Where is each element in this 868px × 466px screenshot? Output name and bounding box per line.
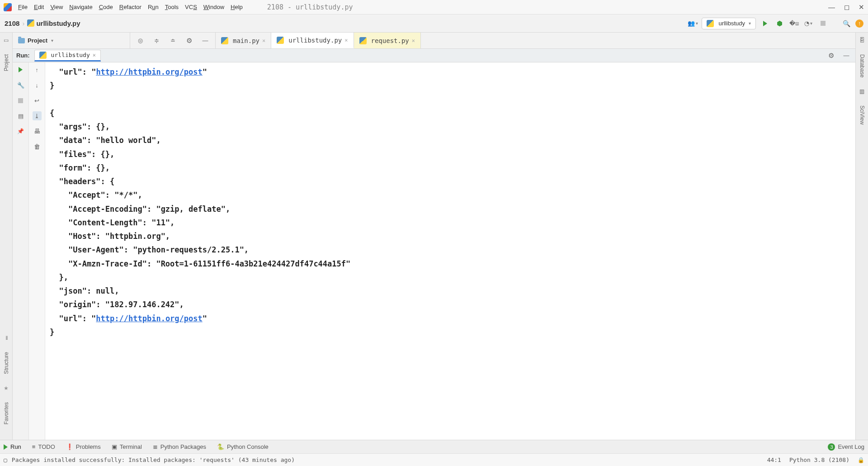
stop-icon[interactable] <box>16 96 25 105</box>
menu-navigate[interactable]: Navigate <box>69 4 92 10</box>
event-log-badge: 3 <box>828 443 835 451</box>
console-link[interactable]: http://httpbin.org/post <box>96 314 202 323</box>
structure-tool-button[interactable]: Structure <box>3 352 9 374</box>
project-tool-button[interactable]: Project <box>3 54 9 71</box>
down-stack-icon[interactable] <box>33 81 42 90</box>
database-tool-icon[interactable] <box>859 37 865 43</box>
python-file-icon <box>277 37 284 44</box>
coverage-button[interactable]: �⧆ <box>788 18 799 29</box>
project-panel-title: Project <box>28 37 47 44</box>
console-link[interactable]: http://httpbin.org/post <box>96 67 202 76</box>
readonly-lock-icon[interactable] <box>858 456 864 463</box>
python-icon <box>39 52 47 59</box>
interpreter-indicator[interactable]: Python 3.8 (2108) <box>789 456 849 463</box>
left-tool-stripe: Project Structure Favorites <box>0 33 13 440</box>
tab-request-py[interactable]: request.py × <box>354 33 421 48</box>
tab-close-icon[interactable]: × <box>344 37 348 43</box>
locate-icon[interactable]: ◎ <box>135 35 146 46</box>
menu-code[interactable]: Code <box>99 4 113 10</box>
console-output[interactable]: "url": "http://httpbin.org/post" } { "ar… <box>45 62 855 440</box>
bottom-tab-packages[interactable]: Python Packages <box>153 443 206 450</box>
pin-icon[interactable] <box>16 127 25 136</box>
status-hide-icon[interactable]: ▢ <box>4 456 7 463</box>
edit-config-icon[interactable] <box>16 81 25 90</box>
run-tool-window: Run: urllibstudy × — <box>13 49 855 440</box>
stop-button[interactable] <box>817 18 828 29</box>
cursor-position[interactable]: 44:1 <box>767 456 781 463</box>
search-everywhere-icon[interactable] <box>841 18 852 29</box>
add-user-icon[interactable]: ▾ <box>687 18 698 29</box>
menu-edit[interactable]: Edit <box>34 4 44 10</box>
menu-view[interactable]: View <box>50 4 63 10</box>
scroll-to-end-icon[interactable] <box>33 111 42 120</box>
soft-wrap-icon[interactable] <box>33 96 42 105</box>
breadcrumb-file[interactable]: urllibstudy.py <box>27 19 80 27</box>
bottom-tab-python-console[interactable]: 🐍Python Console <box>217 443 269 450</box>
menu-help[interactable]: Help <box>231 4 243 10</box>
sciview-tool-icon[interactable] <box>859 88 864 95</box>
python-file-icon <box>27 19 34 27</box>
tab-urllibstudy-py[interactable]: urllibstudy.py × <box>271 33 354 48</box>
sciview-tool-button[interactable]: SciView <box>859 105 865 124</box>
status-message: Packages installed successfully: Install… <box>12 456 295 463</box>
run-configuration-selector[interactable]: urllibstudy ▾ <box>702 18 756 29</box>
run-config-name: urllibstudy <box>718 20 745 27</box>
run-actions-gutter <box>13 62 29 440</box>
python-file-icon <box>359 37 367 44</box>
project-view-selector[interactable]: Project ▾ <box>13 33 130 48</box>
menu-vcs[interactable]: VCS <box>185 4 197 10</box>
chevron-down-icon: ▾ <box>749 21 751 26</box>
tab-label: main.py <box>233 37 259 44</box>
breadcrumb-separator: › <box>22 19 24 27</box>
layout-icon[interactable] <box>16 111 25 120</box>
up-stack-icon[interactable] <box>33 65 42 74</box>
window-close-icon[interactable]: ✕ <box>859 3 864 11</box>
bottom-tab-run[interactable]: Run <box>4 443 21 450</box>
hide-run-panel-icon[interactable]: — <box>841 50 852 61</box>
console-actions-gutter <box>29 62 45 440</box>
folder-icon <box>18 38 25 43</box>
bottom-tab-todo[interactable]: ≡TODO <box>32 443 55 450</box>
rerun-icon[interactable] <box>16 65 25 74</box>
tab-close-icon[interactable]: × <box>262 38 265 44</box>
menu-run[interactable]: Run <box>148 4 159 10</box>
debug-button[interactable] <box>774 18 785 29</box>
favorites-tool-icon[interactable] <box>4 385 9 391</box>
structure-tool-icon[interactable] <box>5 335 7 341</box>
project-tool-icon[interactable] <box>4 37 9 43</box>
bottom-tab-problems[interactable]: ❗Problems <box>66 443 101 450</box>
python-icon <box>707 20 714 27</box>
window-maximize-icon[interactable]: ◻ <box>844 3 849 11</box>
menu-refactor[interactable]: Refactor <box>119 4 142 10</box>
collapse-all-icon[interactable]: ≐ <box>167 35 178 46</box>
bottom-tab-event-log[interactable]: 3 Event Log <box>828 443 864 451</box>
breadcrumb: 2108 › urllibstudy.py <box>5 19 80 27</box>
python-file-icon <box>221 37 228 44</box>
hide-panel-icon[interactable]: — <box>200 35 211 46</box>
ide-update-icon[interactable]: ↑ <box>855 19 863 28</box>
expand-all-icon[interactable]: ≑ <box>151 35 162 46</box>
favorites-tool-button[interactable]: Favorites <box>3 402 9 424</box>
breadcrumb-project[interactable]: 2108 <box>5 19 19 27</box>
clear-console-icon[interactable] <box>33 142 42 151</box>
menu-file[interactable]: File <box>18 4 28 10</box>
window-title: 2108 - urllibstudy.py <box>267 3 353 11</box>
menu-tools[interactable]: Tools <box>165 4 179 10</box>
run-panel-tab[interactable]: urllibstudy × <box>34 50 101 62</box>
run-panel-label: Run: <box>16 52 30 59</box>
app-icon <box>4 3 12 11</box>
menu-window[interactable]: Window <box>203 4 224 10</box>
tab-main-py[interactable]: main.py × <box>216 33 271 48</box>
project-settings-icon[interactable] <box>184 35 194 46</box>
run-tab-close-icon[interactable]: × <box>93 52 96 58</box>
database-tool-button[interactable]: Database <box>859 54 865 77</box>
run-button[interactable] <box>760 18 770 29</box>
tab-label: urllibstudy.py <box>288 37 342 44</box>
tab-close-icon[interactable]: × <box>412 38 415 44</box>
profile-button[interactable]: ◔▾ <box>803 18 814 29</box>
run-settings-icon[interactable] <box>826 50 836 61</box>
status-bar: ▢ Packages installed successfully: Insta… <box>0 453 868 466</box>
print-icon[interactable] <box>33 127 42 136</box>
window-minimize-icon[interactable]: — <box>828 3 835 11</box>
bottom-tab-terminal[interactable]: ▣Terminal <box>112 443 142 450</box>
